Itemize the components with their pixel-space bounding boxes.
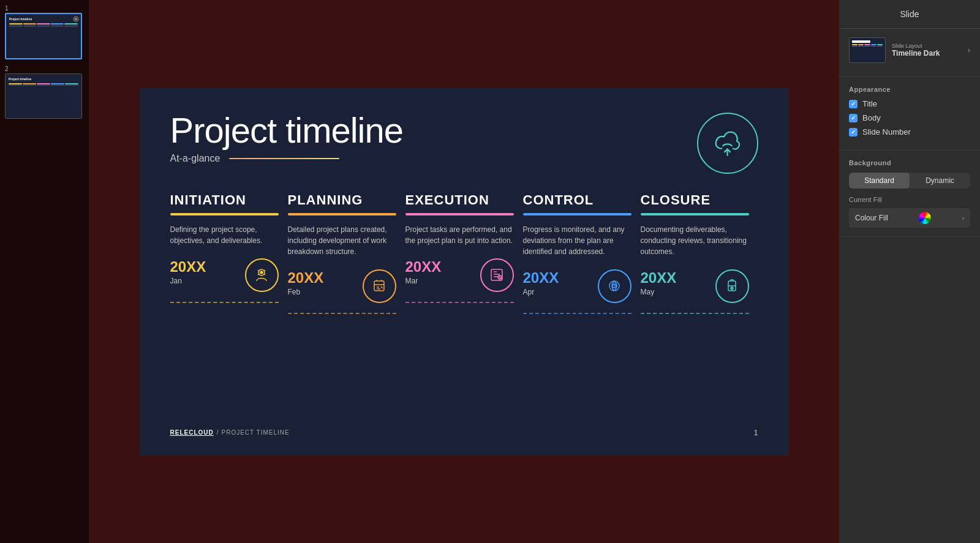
fill-swatch[interactable] <box>919 212 931 224</box>
phase-icon-closure <box>715 269 749 303</box>
appearance-section: Appearance ✓ Title ✓ Body ✓ Slide Number <box>839 77 980 151</box>
slide-thumb-2[interactable]: Project timeline <box>5 73 82 119</box>
phase-icon-initiation <box>245 258 279 292</box>
right-panel-title: Slide <box>900 9 919 19</box>
phase-desc-execution: Project tasks are performed, and the pro… <box>405 224 514 246</box>
slide-thumb-grid-2 <box>9 83 78 86</box>
slide-subtitle-row: At-a-glance <box>170 153 403 164</box>
phase-bar-execution <box>405 213 514 215</box>
appearance-title-label: Title <box>862 99 877 108</box>
appearance-title-item[interactable]: ✓ Title <box>849 99 970 108</box>
fill-row[interactable]: Colour Fill › <box>849 208 970 228</box>
phase-desc-closure: Documenting deliverables, conducting rev… <box>641 224 749 257</box>
phase-desc-control: Progress is monitored, and any deviation… <box>523 224 631 257</box>
slide-number-checkbox[interactable]: ✓ <box>849 128 858 137</box>
footer-separator: / <box>217 429 219 436</box>
slide-number-1: 1 <box>5 5 84 12</box>
slide-title: Project timeline <box>170 113 403 148</box>
slide-thumb-1[interactable]: × Project timeline <box>5 13 82 59</box>
phase-icon-execution <box>480 258 514 292</box>
footer-page-number: 1 <box>754 429 758 437</box>
fill-dropdown-icon[interactable]: › <box>962 215 964 222</box>
right-panel: Slide Slide Layout Timeline Dark › <box>839 0 980 543</box>
phase-desc-planning: Detailed project plans created, includin… <box>288 224 396 257</box>
phase-month-closure: May <box>641 288 709 296</box>
fill-type-label: Colour Fill <box>855 214 888 222</box>
svg-line-6 <box>381 286 383 288</box>
slide-footer: RELECLOUD / PROJECT TIMELINE 1 <box>170 429 758 437</box>
phase-planning: PLANNING Detailed project plans created,… <box>288 192 405 422</box>
footer-brand: RELECLOUD / PROJECT TIMELINE <box>170 429 290 436</box>
background-section: Background Standard Dynamic Current Fill… <box>839 151 980 237</box>
phase-title-execution: EXECUTION <box>405 192 514 208</box>
phase-bar-closure <box>641 213 749 215</box>
phase-control: CONTROL Progress is monitored, and any d… <box>523 192 641 422</box>
phase-desc-initiation: Defining the project scope, objectives, … <box>170 224 279 246</box>
background-toggle: Standard Dynamic <box>849 173 970 189</box>
subtitle-line <box>229 158 339 159</box>
phase-dashed-initiation <box>170 302 279 303</box>
phase-year-initiation: 20XX <box>170 258 239 275</box>
phase-dashed-closure <box>641 313 749 314</box>
svg-point-1 <box>260 271 263 274</box>
phase-month-execution: Mar <box>405 277 474 285</box>
slide-thumb-grid-1 <box>9 23 78 27</box>
layout-info: Slide Layout Timeline Dark <box>892 43 940 58</box>
phase-dashed-control <box>523 313 631 314</box>
slide[interactable]: Project timeline At-a-glance <box>140 88 789 455</box>
layout-section-label: Slide Layout <box>892 43 940 49</box>
phase-bottom-closure: 20XX May <box>641 269 749 303</box>
phase-year-control: 20XX <box>523 269 592 286</box>
right-panel-header: Slide <box>839 0 980 29</box>
phase-bottom-initiation: 20XX Jan <box>170 258 279 292</box>
cloud-sync-icon <box>697 113 758 174</box>
current-fill-label: Current Fill <box>849 196 970 203</box>
layout-name: Timeline Dark <box>892 49 940 58</box>
phase-execution: EXECUTION Project tasks are performed, a… <box>405 192 523 422</box>
phase-month-control: Apr <box>523 288 592 296</box>
phase-month-initiation: Jan <box>170 277 239 285</box>
phase-year-execution: 20XX <box>405 258 474 275</box>
slide-subtitle: At-a-glance <box>170 153 221 164</box>
slide-layout-section: Slide Layout Timeline Dark › <box>839 29 980 77</box>
footer-brand-name: RELECLOUD <box>170 429 214 436</box>
slides-panel: 1 × Project timeline <box>0 0 89 543</box>
phase-closure: CLOSURE Documenting deliverables, conduc… <box>641 192 758 422</box>
main-slide-area: Project timeline At-a-glance <box>89 0 839 543</box>
phase-title-planning: PLANNING <box>288 192 396 208</box>
phase-year-planning: 20XX <box>288 269 356 286</box>
appearance-body-item[interactable]: ✓ Body <box>849 113 970 122</box>
phase-bar-initiation <box>170 213 279 215</box>
phase-title-initiation: INITIATION <box>170 192 279 208</box>
layout-thumbnail <box>849 37 886 63</box>
background-dynamic-btn[interactable]: Dynamic <box>910 173 970 189</box>
phase-bar-planning <box>288 213 396 215</box>
phase-title-control: CONTROL <box>523 192 631 208</box>
slide-number-2: 2 <box>5 66 84 72</box>
body-checkbox[interactable]: ✓ <box>849 114 858 122</box>
layout-preview[interactable]: Slide Layout Timeline Dark › <box>849 37 970 63</box>
appearance-body-label: Body <box>862 113 881 122</box>
slide-canvas[interactable]: Project timeline At-a-glance <box>89 0 839 543</box>
phase-year-closure: 20XX <box>641 269 709 286</box>
phase-bottom-control: 20XX Apr <box>523 269 631 303</box>
phase-bar-control <box>523 213 631 215</box>
appearance-section-title: Appearance <box>849 86 970 93</box>
title-checkbox[interactable]: ✓ <box>849 100 858 108</box>
phase-bottom-execution: 20XX Mar <box>405 258 514 292</box>
appearance-slide-number-item[interactable]: ✓ Slide Number <box>849 127 970 137</box>
phase-bottom-planning: 20XX Feb <box>288 269 396 303</box>
phases-container: INITIATION Defining the project scope, o… <box>170 192 758 422</box>
slide-close-1[interactable]: × <box>73 16 79 22</box>
phase-dashed-planning <box>288 313 396 314</box>
phase-initiation: INITIATION Defining the project scope, o… <box>170 192 288 422</box>
phase-month-planning: Feb <box>288 288 356 296</box>
phase-icon-planning <box>363 269 396 303</box>
background-section-title: Background <box>849 159 970 167</box>
slide-title-area: Project timeline At-a-glance <box>170 113 403 164</box>
layout-chevron-icon: › <box>968 46 970 54</box>
slide-header: Project timeline At-a-glance <box>170 113 758 174</box>
footer-label: PROJECT TIMELINE <box>222 429 290 436</box>
background-standard-btn[interactable]: Standard <box>849 173 910 189</box>
phase-dashed-execution <box>405 302 514 303</box>
